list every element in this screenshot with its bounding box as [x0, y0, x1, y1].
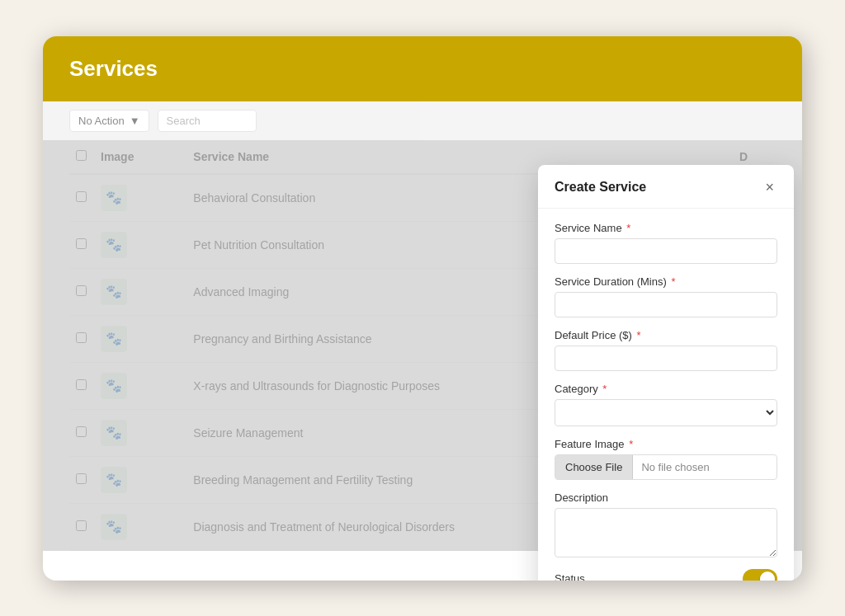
- file-input-wrapper: Choose File No file chosen: [555, 454, 777, 480]
- modal-header: Create Service ×: [538, 165, 794, 209]
- toggle-slider: [743, 569, 777, 581]
- description-group: Description: [555, 491, 777, 557]
- default-price-input[interactable]: [555, 346, 777, 371]
- file-chosen-text: No file chosen: [633, 455, 777, 479]
- modal-body: Service Name * Service Duration (Mins) *…: [538, 209, 794, 581]
- feature-image-group: Feature Image * Choose File No file chos…: [555, 438, 777, 480]
- description-label: Description: [555, 491, 777, 504]
- default-price-group: Default Price ($) *: [555, 329, 777, 371]
- page-title: Services: [69, 56, 776, 82]
- modal-title: Create Service: [555, 180, 646, 195]
- service-name-label: Service Name *: [555, 222, 777, 234]
- category-select[interactable]: General Consultation Imaging Surgery Oth…: [555, 399, 777, 426]
- service-name-group: Service Name *: [555, 222, 777, 264]
- search-input[interactable]: [158, 110, 257, 132]
- action-label: No Action: [78, 115, 125, 127]
- choose-file-button[interactable]: Choose File: [555, 455, 633, 479]
- create-service-modal: Create Service × Service Name * Service …: [538, 165, 794, 581]
- status-toggle[interactable]: [743, 569, 777, 581]
- action-dropdown[interactable]: No Action ▼: [69, 110, 149, 132]
- required-star: *: [624, 222, 631, 234]
- modal-close-button[interactable]: ×: [762, 178, 777, 196]
- status-row: Status: [555, 569, 777, 581]
- category-label: Category *: [555, 383, 777, 395]
- toolbar: No Action ▼: [43, 101, 802, 140]
- default-price-label: Default Price ($) *: [555, 329, 777, 341]
- status-label: Status: [555, 572, 585, 581]
- page-header: Services: [43, 36, 802, 101]
- service-duration-input[interactable]: [555, 292, 777, 317]
- description-textarea[interactable]: [555, 508, 777, 557]
- service-duration-group: Service Duration (Mins) *: [555, 275, 777, 317]
- service-duration-label: Service Duration (Mins) *: [555, 275, 777, 288]
- service-name-input[interactable]: [555, 238, 777, 264]
- feature-image-label: Feature Image *: [555, 438, 777, 450]
- category-group: Category * General Consultation Imaging …: [555, 383, 777, 426]
- chevron-down-icon: ▼: [130, 115, 140, 127]
